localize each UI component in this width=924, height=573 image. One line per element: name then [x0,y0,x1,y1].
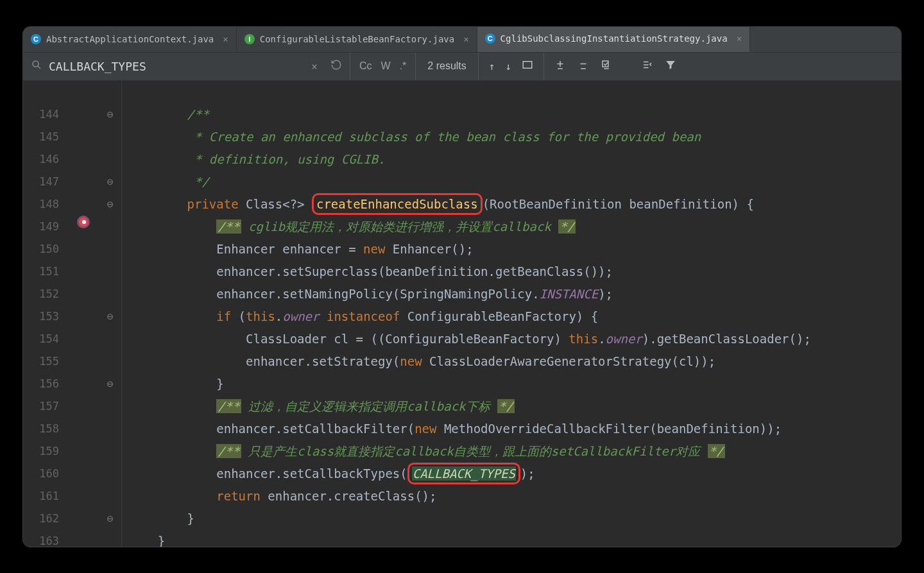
breakpoint-icon[interactable] [77,216,90,228]
select-all-occurrences-icon[interactable] [601,59,612,73]
code-line[interactable]: /** 过滤，自定义逻辑来指定调用callback下标 */ [128,395,901,418]
code-line[interactable]: enhancer.setCallbackFilter(new MethodOve… [128,418,901,440]
code-line[interactable]: if (this.owner instanceof ConfigurableBe… [128,305,901,328]
editor-tab-active[interactable]: C CglibSubclassingInstantiationStrategy.… [477,27,750,52]
fold-handle[interactable]: ⊖ [107,512,113,525]
code-area[interactable]: /** * Create an enhanced subclass of the… [122,81,901,547]
code-line[interactable]: enhancer.setNamingPolicy(SpringNamingPol… [128,283,901,305]
search-options: Cc W .* [350,53,416,80]
code-line[interactable]: enhancer.setCallbackTypes(CALLBACK_TYPES… [128,463,901,485]
code-line[interactable]: * Create an enhanced subclass of the bea… [128,126,901,148]
editor-tab[interactable]: I ConfigurableListableBeanFactory.java × [237,27,477,52]
code-line[interactable]: */ [128,171,901,193]
gutter-icons [72,81,99,547]
close-icon[interactable]: × [223,34,228,44]
fold-handle[interactable]: ⊖ [107,175,113,188]
annotation-box: CALLBACK_TYPES [407,463,520,484]
fold-handle[interactable]: ⊖ [107,108,113,121]
tab-label: AbstractApplicationContext.java [46,34,214,44]
editor-tab[interactable]: C AbstractApplicationContext.java × [23,27,237,52]
code-line[interactable]: return enhancer.createClass(); [128,485,901,508]
code-line[interactable]: * definition, using CGLIB. [128,148,901,171]
svg-rect-2 [523,62,532,69]
fold-handle[interactable]: ⊖ [107,377,113,390]
editor-tabbar: C AbstractApplicationContext.java × I Co… [23,27,901,53]
match-case-toggle[interactable]: Cc [359,60,372,72]
search-results-count: 2 results [416,53,478,80]
filter-icon[interactable] [665,59,676,73]
code-editor[interactable]: 144 145 146 147 148 149 150 151 152 153 … [23,81,901,547]
regex-toggle[interactable]: .* [400,60,407,72]
fold-gutter: ⊖ ⊖ ⊖ ⊖ ⊖ ⊖ [99,81,122,547]
next-match-icon[interactable]: ↓ [505,60,511,73]
search-match: CALLBACK_TYPES [412,466,516,481]
code-line[interactable]: /** cglib规定用法，对原始类进行增强，并设置callback */ [128,216,901,238]
code-line[interactable]: ClassLoader cl = ((ConfigurableBeanFacto… [128,328,901,350]
svg-point-0 [33,61,38,67]
fold-handle[interactable]: ⊖ [107,198,113,210]
prev-match-icon[interactable]: ↑ [489,60,495,73]
search-icon [31,59,42,73]
tab-label: ConfigurableListableBeanFactory.java [260,34,454,44]
add-selection-icon[interactable] [554,59,566,73]
code-line[interactable]: enhancer.setSuperclass(beanDefinition.ge… [128,261,901,283]
close-icon[interactable]: × [737,33,742,44]
code-line[interactable]: } [128,508,901,530]
annotation-box: createEnhancedSubclass [312,193,483,215]
interface-icon: I [244,34,255,44]
search-nav: ↑ ↓ [479,53,544,80]
clear-search-icon[interactable]: × [311,60,318,73]
code-line[interactable]: private Class<?> createEnhancedSubclass(… [128,193,901,216]
code-line[interactable]: Enhancer enhancer = new Enhancer(); [128,238,901,261]
search-input[interactable] [49,60,305,73]
search-history-icon[interactable] [330,59,342,73]
line-number-gutter: 144 145 146 147 148 149 150 151 152 153 … [23,81,72,547]
code-line[interactable]: } [128,373,901,395]
collapse-filter-icon[interactable] [642,59,653,73]
code-line[interactable]: /** [128,103,901,126]
search-tools [544,53,687,80]
fold-handle[interactable]: ⊖ [107,310,113,323]
find-in-file-bar: × Cc W .* 2 results ↑ ↓ [23,53,901,81]
whole-words-toggle[interactable]: W [381,60,391,72]
close-icon[interactable]: × [463,34,468,44]
code-line[interactable]: enhancer.setStrategy(new ClassLoaderAwar… [128,350,901,373]
code-line[interactable]: } [128,530,901,547]
ide-window: C AbstractApplicationContext.java × I Co… [22,26,902,547]
class-icon: C [31,34,41,44]
svg-line-1 [38,66,40,69]
remove-selection-icon[interactable] [578,59,589,73]
code-line[interactable] [128,81,901,103]
class-icon: C [485,33,495,44]
tab-label: CglibSubclassingInstantiationStrategy.ja… [501,33,728,44]
select-all-icon[interactable] [522,59,533,73]
code-line[interactable]: /** 只是产生class就直接指定callback自类型，跟上面的setCal… [128,440,901,463]
